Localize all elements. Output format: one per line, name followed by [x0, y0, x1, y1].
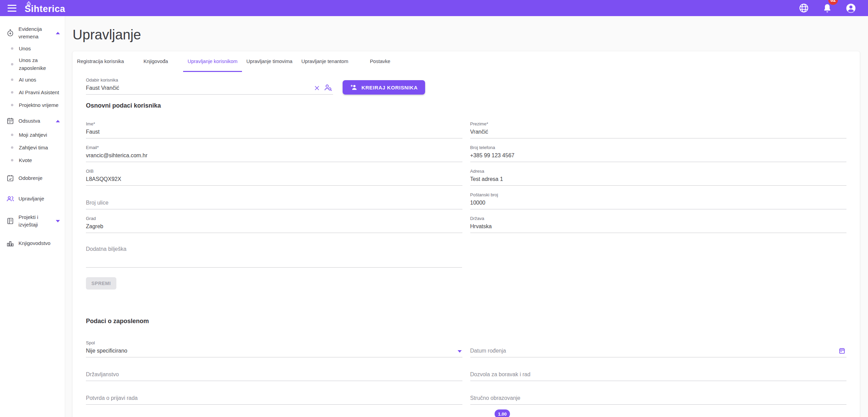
chevron-up-icon [56, 32, 60, 34]
prezime-input[interactable] [470, 127, 847, 138]
tab-upravljanje-tenantom[interactable]: Upravljanje tenantom [297, 51, 353, 72]
sidebar-item-label: Upravljanje [18, 195, 60, 203]
sidebar-item-knjigovodstvo[interactable]: Knjigovodstvo [0, 236, 65, 251]
sidebar-item-ai-unos[interactable]: AI unos [0, 73, 65, 86]
field-label: Adresa [470, 168, 847, 174]
sidebar-item-unos[interactable]: Unos [0, 42, 65, 55]
sidebar-item-ai-pravni-asistent[interactable]: AI Pravni Asistent [0, 86, 65, 99]
drzavljanstvo-field [86, 364, 462, 381]
sidebar-item-evidencija-vremena[interactable]: Evidencija vremena [0, 24, 65, 42]
dozvola-field [470, 364, 847, 381]
account-avatar-icon[interactable] [845, 3, 856, 14]
potvrda-field [86, 387, 462, 405]
sidebar-sub-label: Projektno vrijeme [19, 101, 59, 109]
employee-fields-grid: Spol Nije specificirano [86, 340, 846, 405]
management-card: Registracija korisnika Knjigovođa Upravl… [73, 51, 860, 417]
dodatna-biljeska-input[interactable] [86, 243, 462, 268]
person-search-icon[interactable] [324, 83, 332, 92]
sidebar-item-moji-zahtjevi[interactable]: Moji zahtjevi [0, 128, 65, 141]
tab-registracija-korisnika[interactable]: Registracija korisnika [73, 51, 128, 72]
bullet-icon [11, 104, 13, 106]
postanski-broj-input[interactable] [470, 198, 847, 209]
tab-upravljanje-korisnikom[interactable]: Upravljanje korisnikom [183, 51, 242, 72]
bullet-icon [11, 159, 13, 161]
strucno-obrazovanje-field [470, 387, 847, 405]
datum-rodenja-input[interactable] [470, 340, 847, 357]
grad-input[interactable] [86, 222, 462, 233]
calendar-check-icon [6, 174, 14, 182]
bullet-icon [11, 146, 13, 149]
telefon-input[interactable] [470, 151, 847, 162]
dropdown-caret-icon [458, 350, 462, 353]
sidebar-item-projektno-vrijeme[interactable]: Projektno vrijeme [0, 99, 65, 111]
main-content: Upravljanje Registracija korisnika Knjig… [65, 16, 868, 417]
dozvola-input[interactable] [470, 364, 847, 381]
sidebar-sub-label: AI unos [19, 76, 36, 84]
notifications-bell-icon[interactable]: 82 [822, 3, 832, 13]
potvrda-input[interactable] [86, 387, 462, 405]
bullet-icon [11, 134, 13, 136]
sidebar-item-label: Odsustva [18, 117, 56, 125]
sidebar-item-odsustva[interactable]: Odsustva [0, 113, 65, 128]
bullet-icon [11, 78, 13, 81]
sidebar-sub-label: Unos [19, 45, 31, 52]
sidebar-item-label: Projekti i izvještaji [18, 213, 56, 229]
bar-chart-icon [6, 239, 14, 247]
oib-input[interactable] [86, 174, 462, 186]
dodatna-biljeska-field [86, 243, 462, 268]
create-user-label: KREIRAJ KORISNIKA [361, 85, 418, 90]
datum-rodenja-field [470, 340, 847, 357]
field-label: Odabir korisnika [86, 77, 333, 83]
tab-postavke[interactable]: Postavke [353, 51, 407, 72]
bullet-icon [11, 63, 13, 65]
chevron-down-icon [56, 220, 60, 222]
bullet-icon [11, 47, 13, 50]
broj-ulice-field [86, 192, 462, 209]
user-select-input[interactable] [86, 83, 333, 95]
sidebar-item-zahtjevi-tima[interactable]: Zahtjevi tima [0, 141, 65, 154]
report-icon [6, 217, 14, 225]
user-select-field: Odabir korisnika [86, 77, 333, 95]
language-globe-icon[interactable] [799, 3, 809, 13]
spol-select[interactable]: Spol Nije specificirano [86, 340, 462, 357]
sidebar-item-upravljanje[interactable]: Upravljanje [0, 191, 65, 206]
sidebar-item-odobrenje[interactable]: Odobrenje [0, 171, 65, 186]
field-label: Poštanski broj [470, 192, 847, 198]
email-input[interactable] [86, 151, 462, 162]
create-user-button[interactable]: KREIRAJ KORISNIKA [343, 80, 425, 95]
sidebar-item-projekti-i-izvjestaji[interactable]: Projekti i izvještaji [0, 212, 65, 230]
app-logo: Sihterica [25, 2, 65, 14]
field-label: Država [470, 216, 847, 222]
drzavljanstvo-input[interactable] [86, 364, 462, 381]
bullet-icon [11, 91, 13, 94]
sidebar-item-unos-za-zaposlenike[interactable]: Unos za zaposlenike [0, 55, 65, 73]
broj-ulice-input[interactable] [86, 192, 462, 209]
spol-value: Nije specificirano [86, 346, 462, 357]
prezime-field: Prezime* [470, 121, 847, 138]
oib-field: OIB [86, 168, 462, 186]
field-label: Spol [86, 340, 462, 346]
clear-icon[interactable] [313, 84, 321, 92]
stopwatch-icon [26, 1, 31, 6]
adresa-input[interactable] [470, 174, 847, 186]
calendar-icon [6, 117, 14, 125]
sidebar-item-label: Evidencija vremena [18, 25, 56, 40]
calendar-picker-icon[interactable] [838, 347, 846, 355]
timer-icon [6, 29, 14, 37]
sidebar-sub-label: Moji zahtjevi [19, 131, 47, 139]
strucno-obrazovanje-input[interactable] [470, 387, 847, 405]
sidebar-sub-label: Unos za zaposlenike [19, 56, 61, 72]
field-label: OIB [86, 168, 462, 174]
menu-icon[interactable] [8, 5, 16, 12]
sidebar-item-kvote[interactable]: Kvote [0, 154, 65, 167]
people-icon [6, 195, 14, 203]
sidebar: Evidencija vremena Unos Unos za zaposlen… [0, 16, 65, 417]
tab-knjigovoda[interactable]: Knjigovođa [128, 51, 183, 72]
ime-input[interactable] [86, 127, 462, 138]
save-button[interactable]: SPREMI [86, 277, 116, 290]
tab-upravljanje-timovima[interactable]: Upravljanje timovima [242, 51, 297, 72]
field-label: Prezime* [470, 121, 847, 127]
drzava-input[interactable] [470, 222, 847, 233]
user-form: Odabir korisnika [73, 72, 860, 417]
sidebar-sub-label: Kvote [19, 156, 32, 164]
